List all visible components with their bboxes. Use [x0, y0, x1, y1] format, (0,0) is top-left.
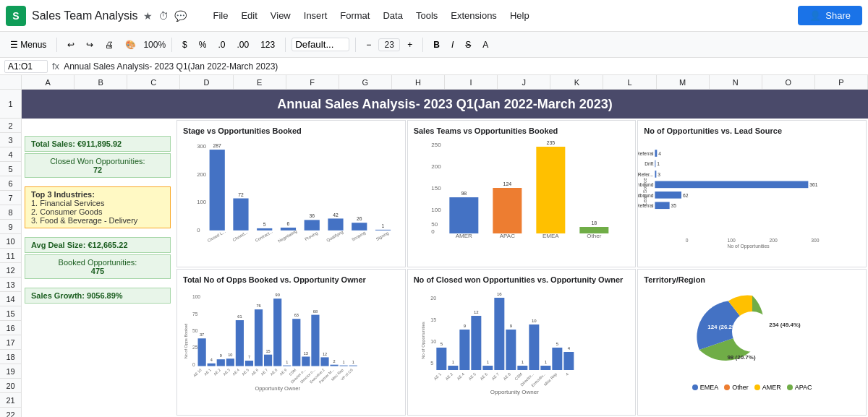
- svg-text:Qualifying: Qualifying: [326, 230, 344, 243]
- nav-tools[interactable]: Tools: [410, 7, 443, 24]
- sep4: [355, 38, 356, 52]
- svg-text:0: 0: [431, 228, 435, 235]
- svg-text:Customer Referral: Customer Referral: [637, 151, 654, 156]
- svg-text:AE 6: AE 6: [250, 367, 259, 376]
- col-headers: A B C D E F G H I J K L M N O P: [0, 75, 868, 90]
- text-color-button[interactable]: A: [478, 38, 493, 51]
- svg-text:4: 4: [210, 357, 213, 361]
- bar5-4: [563, 352, 574, 370]
- cell-reference[interactable]: [4, 60, 48, 73]
- svg-text:10: 10: [228, 353, 232, 357]
- sheet-content: Annual Sales Analysis- 2023 Q1(Jan 2022-…: [22, 90, 868, 417]
- svg-text:234 (49.4%): 234 (49.4%): [769, 322, 801, 328]
- chart-territory: Territory/Region: [637, 269, 867, 416]
- nav-view[interactable]: View: [265, 7, 297, 24]
- svg-text:Partner Referral: Partner Referral: [637, 203, 654, 208]
- bar-qualifying: [328, 218, 343, 230]
- nav-format[interactable]: Format: [334, 7, 375, 24]
- svg-text:12: 12: [474, 310, 479, 314]
- currency-button[interactable]: $: [178, 38, 192, 51]
- font-decrease[interactable]: −: [362, 38, 375, 51]
- svg-text:AE 2: AE 2: [213, 367, 221, 376]
- svg-text:4: 4: [567, 346, 570, 351]
- svg-text:5: 5: [430, 361, 433, 366]
- emea-dot: [692, 384, 698, 390]
- avg-deal-value: €12,665.22: [88, 241, 127, 249]
- svg-text:AE 10: AE 10: [192, 367, 203, 377]
- bar-ae8: [273, 298, 281, 366]
- bold-button[interactable]: B: [429, 38, 444, 51]
- col-p: P: [815, 75, 868, 89]
- paint-button[interactable]: 🎨: [121, 38, 140, 51]
- nav-data[interactable]: Data: [377, 7, 408, 24]
- zoom-display: 100%: [143, 40, 166, 50]
- row-18: 18: [0, 350, 21, 364]
- svg-text:AE 2: AE 2: [444, 371, 454, 381]
- nav-extensions[interactable]: Extensions: [445, 7, 503, 24]
- percent-button[interactable]: %: [195, 38, 211, 51]
- booked-label: Booked Opportunities:: [31, 258, 164, 267]
- bar-ae5: [245, 361, 253, 366]
- svg-text:13: 13: [304, 351, 308, 355]
- italic-button[interactable]: I: [447, 38, 458, 51]
- svg-text:Inbound: Inbound: [637, 182, 654, 187]
- menus-button[interactable]: ☰ Menus: [6, 38, 51, 51]
- svg-text:9: 9: [509, 324, 512, 328]
- nav-file[interactable]: File: [207, 7, 234, 24]
- star-icon[interactable]: ★: [143, 10, 153, 22]
- svg-text:61: 61: [237, 314, 242, 319]
- print-button[interactable]: 🖨: [101, 38, 118, 51]
- industry-3: 3. Food & Beverage - Delivery: [31, 216, 164, 225]
- chart5-svg: No of Opportunities 20 15 10 5 5: [414, 287, 630, 394]
- font-selector[interactable]: [292, 38, 349, 51]
- svg-text:235: 235: [546, 140, 555, 145]
- apac-label: APAC: [795, 384, 812, 391]
- svg-text:9: 9: [220, 353, 222, 358]
- bar-emp-ref: [655, 171, 657, 178]
- share-button[interactable]: 👤 Share: [798, 6, 862, 25]
- svg-text:1: 1: [286, 359, 288, 364]
- svg-text:50: 50: [192, 327, 198, 332]
- fx-label: fx: [52, 61, 59, 72]
- col-c: C: [127, 75, 180, 89]
- row-10: 10: [0, 234, 21, 249]
- num123-button[interactable]: 123: [256, 38, 279, 51]
- nav-help[interactable]: Help: [504, 7, 535, 24]
- row-12: 12: [0, 263, 21, 278]
- redo-button[interactable]: ↪: [82, 38, 98, 51]
- bar-scoping: [352, 223, 367, 231]
- svg-text:15: 15: [430, 317, 436, 322]
- bar-partner: [330, 364, 338, 366]
- font-increase[interactable]: +: [403, 38, 417, 51]
- nav-edit[interactable]: Edit: [235, 7, 263, 24]
- avg-deal-label: Avg Deal Size:: [31, 241, 85, 249]
- decimal0-button[interactable]: .0: [213, 38, 229, 51]
- bar-dir2: [311, 314, 319, 366]
- col-e: E: [234, 75, 286, 89]
- bar-ae1: [208, 363, 216, 366]
- bar-amer: [449, 197, 478, 233]
- svg-text:AE 1: AE 1: [203, 367, 212, 376]
- svg-text:1: 1: [382, 223, 385, 228]
- svg-text:90: 90: [276, 293, 280, 297]
- col-m: M: [657, 75, 710, 89]
- svg-text:1: 1: [352, 359, 354, 364]
- row-6: 6: [0, 176, 21, 191]
- strikethrough-button[interactable]: S: [461, 38, 475, 51]
- svg-text:10: 10: [430, 339, 436, 344]
- svg-text:AE 8: AE 8: [269, 367, 278, 376]
- amer-dot: [754, 384, 760, 390]
- decimal00-button[interactable]: .00: [232, 38, 253, 51]
- svg-text:AE 4: AE 4: [456, 371, 465, 381]
- chat-icon[interactable]: 💬: [174, 10, 187, 22]
- undo-button[interactable]: ↩: [63, 38, 79, 51]
- nav-insert[interactable]: Insert: [298, 7, 333, 24]
- svg-text:1: 1: [486, 360, 489, 364]
- formula-input[interactable]: [64, 61, 864, 72]
- svg-text:5: 5: [556, 342, 558, 346]
- svg-text:9: 9: [463, 324, 466, 328]
- bar5-misc: [552, 348, 562, 370]
- history-icon[interactable]: ⏱: [158, 10, 169, 22]
- bar-inbound: [655, 181, 809, 189]
- svg-text:Closed...: Closed...: [232, 230, 249, 242]
